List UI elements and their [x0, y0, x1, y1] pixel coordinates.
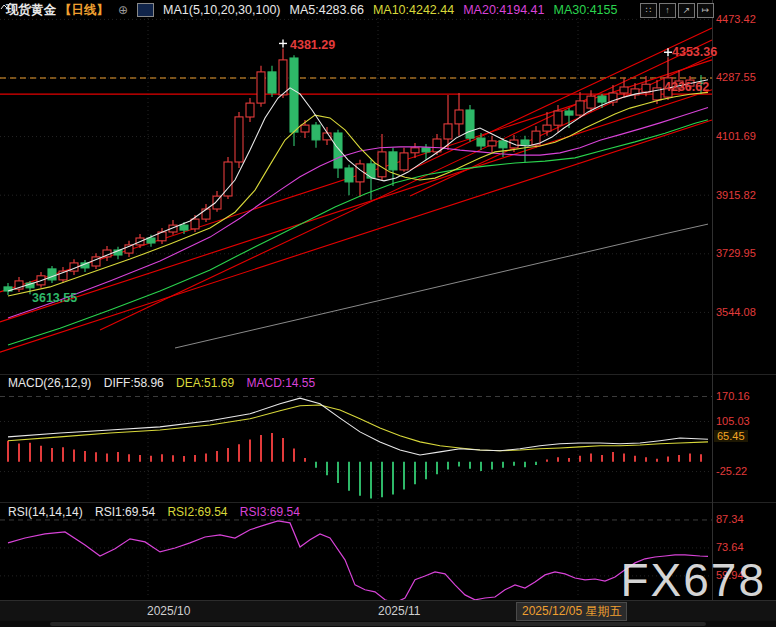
axis-label: -25.22 — [716, 465, 747, 477]
date-label-nov: 2025/11 — [378, 604, 421, 618]
axis-label: 170.16 — [716, 390, 750, 402]
toolbar-buttons: ∷ ↑ ↗ ↦ — [640, 3, 714, 18]
macd-name: MACD(26,12,9) — [8, 376, 91, 390]
period-label: 【日线】 — [59, 2, 109, 19]
recent-high-label: 4353.36 — [672, 45, 717, 59]
axis-label: 105.03 — [716, 415, 750, 427]
time-scrollbar — [0, 621, 776, 627]
trading-app: 现货黄金 【日线】 ⊕ MA1(5,10,20,30,100) MA5:4283… — [0, 0, 776, 627]
swing-low-label: 3613.55 — [32, 291, 77, 305]
macd-diff-value: DIFF:58.96 — [104, 376, 164, 390]
rsi-name: RSI(14,14,14) — [8, 505, 83, 519]
ma5-value: MA5:4283.66 — [290, 3, 364, 17]
macd-header: MACD(26,12,9) DIFF:58.96 DEA:51.69 MACD:… — [8, 376, 324, 390]
macd-macd-value: MACD:14.55 — [246, 376, 315, 390]
scrollbar-handle[interactable] — [50, 622, 706, 626]
axis-label: 4101.69 — [716, 130, 756, 142]
ma-settings-label: MA1(5,10,20,30,100) — [163, 3, 280, 17]
ma10-value: MA10:4242.44 — [373, 3, 454, 17]
rsi3-value: RSI3:69.54 — [240, 505, 300, 519]
expand-icon[interactable]: ⊕ — [118, 3, 128, 17]
zoom-in-axis-icon[interactable]: ↑ — [659, 3, 676, 18]
chart-type-icon[interactable] — [137, 3, 154, 17]
rsi2-value: RSI2:69.54 — [167, 505, 227, 519]
axis-label: 3544.08 — [716, 306, 756, 318]
axis-label: 3915.82 — [716, 189, 756, 201]
macd-dea-value: DEA:51.69 — [176, 376, 234, 390]
date-label-current: 2025/12/05 星期五 — [516, 602, 627, 621]
axis-label: 3729.95 — [716, 247, 756, 259]
rsi-header: RSI(14,14,14) RSI1:69.54 RSI2:69.54 RSI3… — [8, 505, 309, 519]
chart-canvas[interactable] — [0, 0, 776, 627]
axis-label: 87.34 — [716, 513, 744, 525]
axis-label: 4287.55 — [716, 71, 756, 83]
peak-price-label: 4381.29 — [290, 38, 335, 52]
watermark: FX678 — [620, 553, 766, 607]
ma30-value: MA30:4155 — [554, 3, 618, 17]
support-price-label: 4236.62 — [664, 80, 709, 94]
axis-current-value: 65.45 — [714, 430, 748, 442]
price-axis-line — [712, 0, 713, 627]
go-to-latest-icon[interactable]: ↦ — [697, 3, 714, 18]
date-label-oct: 2025/10 — [147, 604, 190, 618]
pan-icon[interactable]: ∷ — [640, 3, 657, 18]
date-axis: 2025/10 2025/11 2025/12/05 星期五 — [0, 600, 776, 622]
ma20-value: MA20:4194.41 — [463, 3, 544, 17]
rsi1-value: RSI1:69.54 — [95, 505, 155, 519]
axis-label: 73.64 — [716, 541, 744, 553]
zoom-out-axis-icon[interactable]: ↗ — [678, 3, 695, 18]
